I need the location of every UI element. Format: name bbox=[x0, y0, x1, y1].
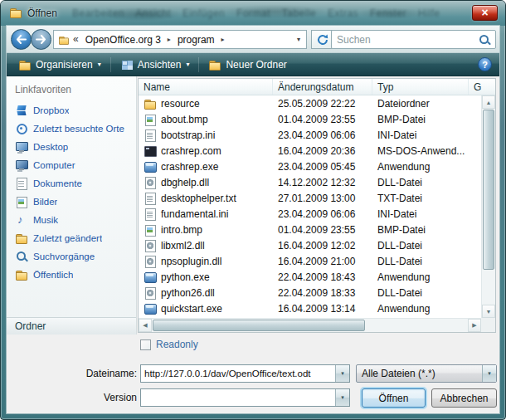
breadcrumb-segment-label: program bbox=[173, 34, 219, 46]
address-folder-icon bbox=[58, 34, 70, 46]
close-button[interactable]: × bbox=[472, 5, 498, 21]
organize-button[interactable]: Organisieren ▾ bbox=[11, 56, 109, 74]
refresh-button[interactable] bbox=[311, 30, 333, 49]
scroll-right-button[interactable]: ▶ bbox=[468, 319, 481, 332]
file-row[interactable]: about.bmp 01.04.2009 23:55 BMP-Datei bbox=[139, 111, 481, 127]
file-name: resource bbox=[161, 98, 200, 110]
file-type: DLL-Datei bbox=[372, 287, 469, 299]
column-header-date[interactable]: Änderungsdatum bbox=[273, 79, 372, 95]
views-icon bbox=[120, 58, 134, 71]
sidebar-item[interactable]: Desktop bbox=[7, 138, 136, 156]
readonly-checkbox[interactable] bbox=[140, 339, 151, 350]
version-dropdown[interactable]: ▾ bbox=[140, 388, 350, 407]
column-header-size-label: G bbox=[474, 81, 481, 93]
file-type: Anwendung bbox=[372, 271, 469, 283]
breadcrumb-segment[interactable]: program ▸ bbox=[173, 31, 227, 48]
file-name: quickstart.exe bbox=[161, 303, 222, 315]
file-type: Anwendung bbox=[372, 161, 469, 173]
breadcrumb[interactable]: « OpenOffice.org 3 ▸ program ▸ ▾ bbox=[53, 30, 307, 49]
file-type: MS-DOS-Anwend... bbox=[372, 145, 469, 157]
caret-down-icon: ▾ bbox=[341, 370, 344, 377]
search-input[interactable] bbox=[332, 34, 478, 46]
refresh-icon bbox=[317, 34, 328, 46]
file-name: crashrep.exe bbox=[161, 161, 218, 173]
sidebar-item[interactable]: Zuletzt geändert bbox=[7, 229, 136, 247]
new-folder-icon bbox=[208, 58, 221, 71]
cancel-button[interactable]: Abbrechen bbox=[431, 388, 497, 408]
cancel-button-label: Abbrechen bbox=[440, 393, 488, 404]
file-date: 16.04.2009 21:00 bbox=[273, 256, 372, 267]
new-folder-button[interactable]: Neuer Ordner bbox=[201, 56, 294, 74]
vertical-scrollbar[interactable]: ▲ ▼ bbox=[481, 95, 495, 318]
file-row[interactable]: python.exe 22.04.2009 18:43 Anwendung bbox=[139, 269, 481, 285]
file-row[interactable]: dbghelp.dll 14.12.2002 12:32 DLL-Datei bbox=[139, 174, 481, 190]
file-row[interactable]: npsoplugin.dll 16.04.2009 21:00 DLL-Date… bbox=[139, 253, 481, 269]
help-button[interactable]: ? bbox=[478, 57, 492, 71]
column-header-size[interactable]: G bbox=[469, 79, 495, 95]
file-list: Name Änderungsdatum Typ G resource 25.05… bbox=[138, 78, 496, 333]
sidebar-item[interactable]: Dropbox bbox=[7, 101, 136, 120]
forward-button[interactable] bbox=[31, 29, 51, 50]
scroll-down-button[interactable]: ▼ bbox=[482, 305, 495, 318]
column-header-name[interactable]: Name bbox=[139, 79, 273, 95]
file-row[interactable]: crashrep.com 16.04.2009 20:36 MS-DOS-Anw… bbox=[139, 143, 481, 159]
file-date: 01.04.2009 23:55 bbox=[273, 114, 372, 125]
file-row[interactable]: resource 25.05.2009 22:22 Dateiordner bbox=[139, 95, 481, 111]
breadcrumb-overflow-chevron-icon[interactable]: « bbox=[71, 33, 81, 46]
file-row[interactable]: desktophelper.txt 27.01.2009 13:00 TXT-D… bbox=[139, 190, 481, 206]
titlebar[interactable]: Bearbeiten Ansicht Einfügen Format Tabel… bbox=[1, 1, 505, 26]
views-button[interactable]: Ansichten ▾ bbox=[113, 56, 197, 74]
breadcrumb-dropdown-icon[interactable]: ▾ bbox=[291, 36, 306, 43]
command-toolbar: Organisieren ▾ Ansichten ▾ Neuer Ordner … bbox=[7, 53, 499, 76]
file-rows: resource 25.05.2009 22:22 Dateiordner ab… bbox=[139, 95, 481, 318]
horizontal-scroll-thumb[interactable] bbox=[153, 320, 365, 331]
file-name-cell: crashrep.exe bbox=[139, 160, 273, 173]
file-row[interactable]: intro.bmp 01.04.2009 23:55 BMP-Datei bbox=[139, 222, 481, 237]
filetype-dropdown[interactable]: Alle Dateien (*.*) ▾ bbox=[356, 364, 497, 383]
sidebar-item[interactable]: Dokumente bbox=[7, 174, 136, 193]
vertical-scroll-thumb[interactable] bbox=[483, 110, 494, 270]
file-row[interactable]: fundamental.ini 23.04.2009 06:06 INI-Dat… bbox=[139, 206, 481, 222]
filename-input[interactable] bbox=[141, 369, 335, 378]
filetype-dropdown-button[interactable]: ▾ bbox=[482, 365, 496, 382]
organize-caret-icon: ▾ bbox=[98, 61, 101, 68]
file-name: python26.dll bbox=[161, 287, 215, 299]
file-name-cell: python26.dll bbox=[139, 286, 273, 300]
scroll-left-button[interactable]: ◀ bbox=[139, 319, 152, 332]
open-dialog-window: Bearbeiten Ansicht Einfügen Format Tabel… bbox=[0, 0, 506, 420]
filename-dropdown-button[interactable]: ▾ bbox=[335, 365, 349, 382]
crumb-separator-icon[interactable]: ▸ bbox=[165, 36, 173, 43]
file-date: 14.12.2002 12:32 bbox=[273, 177, 372, 188]
file-row[interactable]: bootstrap.ini 23.04.2009 06:06 INI-Datei bbox=[139, 127, 481, 143]
horizontal-scrollbar[interactable]: ◀ ▶ bbox=[139, 318, 481, 332]
sidebar-item-label: Dokumente bbox=[33, 178, 82, 188]
breadcrumb-segment[interactable]: OpenOffice.org 3 ▸ bbox=[81, 31, 173, 48]
scroll-up-button[interactable]: ▲ bbox=[482, 95, 495, 109]
file-name-cell: intro.bmp bbox=[139, 223, 273, 237]
version-dropdown-button[interactable]: ▾ bbox=[335, 389, 349, 406]
file-icon bbox=[144, 239, 157, 252]
file-name: fundamental.ini bbox=[161, 208, 228, 220]
open-button[interactable]: Öffnen bbox=[362, 388, 426, 408]
file-row[interactable]: crashrep.exe 23.04.2009 05:45 Anwendung bbox=[139, 159, 481, 174]
sidebar-item[interactable]: Bilder bbox=[7, 193, 136, 211]
sidebar-item-label: Öffentlich bbox=[33, 270, 73, 280]
search-icon[interactable] bbox=[478, 33, 491, 46]
file-row[interactable]: quickstart.exe 16.04.2009 13:14 Anwendun… bbox=[139, 300, 481, 316]
sidebar-item[interactable]: Öffentlich bbox=[7, 266, 136, 284]
file-row[interactable]: libxml2.dll 16.04.2009 12:02 DLL-Datei bbox=[139, 237, 481, 253]
crumb-separator-icon[interactable]: ▸ bbox=[219, 36, 227, 43]
sidebar-item[interactable]: Musik bbox=[7, 211, 136, 229]
file-name: libxml2.dll bbox=[161, 240, 205, 252]
search-box bbox=[331, 30, 496, 49]
file-date: 23.04.2009 06:06 bbox=[273, 129, 372, 141]
back-button[interactable] bbox=[11, 29, 32, 50]
column-header-type[interactable]: Typ bbox=[372, 79, 469, 95]
sidebar-item[interactable]: Zuletzt besuchte Orte bbox=[7, 120, 136, 138]
file-row[interactable]: python26.dll 22.04.2009 18:33 DLL-Datei bbox=[139, 285, 481, 300]
sidebar-item[interactable]: Computer bbox=[7, 156, 136, 174]
file-type: DLL-Datei bbox=[372, 177, 469, 188]
column-header-type-label: Typ bbox=[377, 81, 393, 93]
sidebar-item[interactable]: Suchvorgänge bbox=[7, 247, 136, 266]
folders-expander[interactable]: Ordner bbox=[7, 317, 136, 335]
